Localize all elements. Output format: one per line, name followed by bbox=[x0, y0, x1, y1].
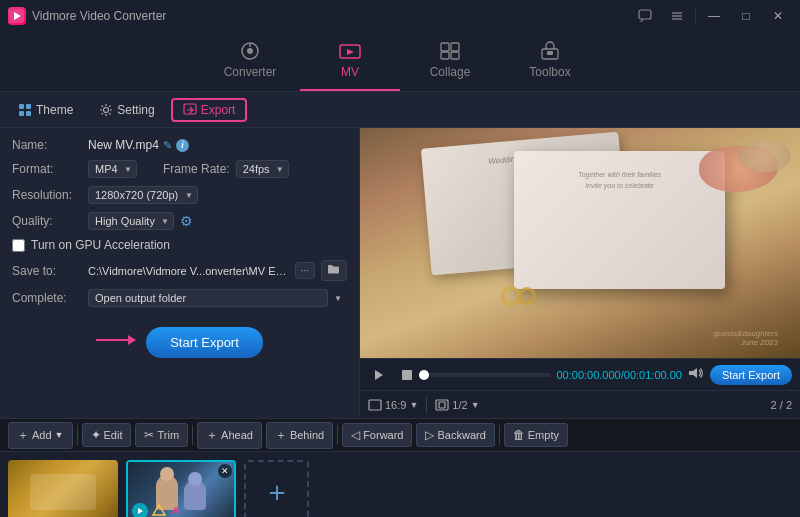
save-label: Save to: bbox=[12, 264, 82, 278]
setting-label: Setting bbox=[117, 103, 154, 117]
timeline-item-1[interactable] bbox=[8, 460, 118, 518]
ahead-button[interactable]: ＋ Ahead bbox=[197, 422, 262, 449]
svg-rect-14 bbox=[441, 52, 449, 59]
trim-icon: ✂ bbox=[144, 428, 154, 442]
svg-rect-18 bbox=[19, 104, 24, 109]
name-value: New MV.mp4 bbox=[88, 138, 159, 152]
svg-point-8 bbox=[247, 48, 253, 54]
format-label: Format: bbox=[12, 162, 82, 176]
empty-label: Empty bbox=[528, 429, 559, 441]
add-clip-button[interactable]: ＋ bbox=[244, 460, 309, 518]
timeline-item-2-close[interactable]: ✕ bbox=[218, 464, 232, 478]
resolution-select[interactable]: 1280x720 (720p) bbox=[88, 186, 198, 204]
complete-select[interactable]: Open output folder Do nothing Shut down … bbox=[88, 289, 328, 307]
svg-rect-12 bbox=[441, 43, 449, 51]
empty-button[interactable]: 🗑 Empty bbox=[504, 423, 568, 447]
aspect-ratio-icon bbox=[368, 399, 382, 411]
svg-rect-27 bbox=[402, 370, 412, 380]
time-display: 00:00:00.000/00:01:00.00 bbox=[557, 369, 682, 381]
svg-rect-2 bbox=[639, 10, 651, 19]
complete-select-wrapper[interactable]: Open output folder Do nothing Shut down … bbox=[88, 289, 347, 307]
theme-label: Theme bbox=[36, 103, 73, 117]
theme-icon bbox=[18, 103, 32, 117]
svg-marker-32 bbox=[138, 508, 143, 514]
export-button[interactable]: Export bbox=[171, 98, 248, 122]
close-button[interactable]: ✕ bbox=[764, 5, 792, 27]
timeline-item-2[interactable]: ✕ bbox=[126, 460, 236, 518]
format-select-wrapper[interactable]: MP4 bbox=[88, 160, 137, 178]
trim-button[interactable]: ✂ Trim bbox=[135, 423, 188, 447]
edit-name-icon[interactable]: ✎ bbox=[163, 139, 172, 152]
titlebar-chat-icon[interactable] bbox=[631, 5, 659, 27]
stop-button[interactable] bbox=[396, 364, 418, 386]
gpu-row: Turn on GPU Acceleration bbox=[12, 238, 347, 252]
framerate-select-wrapper[interactable]: 24fps bbox=[236, 160, 289, 178]
svg-marker-11 bbox=[347, 49, 354, 55]
name-row: Name: New MV.mp4 ✎ i bbox=[12, 138, 347, 152]
framerate-select[interactable]: 24fps bbox=[236, 160, 289, 178]
svg-rect-15 bbox=[451, 52, 459, 59]
behind-button[interactable]: ＋ Behind bbox=[266, 422, 333, 449]
add-label: Add bbox=[32, 429, 52, 441]
backward-icon: ▷ bbox=[425, 428, 434, 442]
play-button[interactable] bbox=[368, 364, 390, 386]
arrow-indicator bbox=[96, 332, 136, 353]
theme-button[interactable]: Theme bbox=[8, 100, 83, 120]
format-select[interactable]: MP4 bbox=[88, 160, 137, 178]
tab-converter[interactable]: Converter bbox=[200, 36, 300, 91]
sub-toolbar: Theme Setting Export bbox=[0, 92, 800, 128]
svg-marker-26 bbox=[375, 370, 383, 380]
add-clip-icon: ＋ bbox=[263, 473, 291, 511]
save-to-row: Save to: C:\Vidmore\Vidmore V...onverter… bbox=[12, 260, 347, 281]
quality-select[interactable]: High Quality bbox=[88, 212, 174, 230]
forward-button[interactable]: ◁ Forward bbox=[342, 423, 412, 447]
path-menu-button[interactable]: ··· bbox=[295, 262, 315, 279]
tab-collage[interactable]: Collage bbox=[400, 36, 500, 91]
resolution-select-wrapper[interactable]: 1280x720 (720p) bbox=[88, 186, 198, 204]
tab-mv[interactable]: MV bbox=[300, 36, 400, 91]
info-icon[interactable]: i bbox=[176, 139, 189, 152]
backward-label: Backward bbox=[437, 429, 485, 441]
gpu-checkbox[interactable] bbox=[12, 239, 25, 252]
trash-icon: 🗑 bbox=[513, 428, 525, 442]
quality-settings-icon[interactable]: ⚙ bbox=[180, 213, 193, 229]
save-path: C:\Vidmore\Vidmore V...onverter\MV Expor… bbox=[88, 265, 289, 277]
add-button[interactable]: ＋ Add ▼ bbox=[8, 422, 73, 449]
setting-button[interactable]: Setting bbox=[89, 100, 164, 120]
volume-icon[interactable] bbox=[688, 366, 704, 383]
titlebar-menu-icon[interactable] bbox=[663, 5, 691, 27]
aspect-ratio-selector[interactable]: 16:9 ▼ bbox=[368, 399, 418, 411]
maximize-button[interactable]: □ bbox=[732, 5, 760, 27]
complete-label: Complete: bbox=[12, 291, 82, 305]
nav-tabs: Converter MV Collage bbox=[0, 32, 800, 92]
behind-label: Behind bbox=[290, 429, 324, 441]
start-export-button[interactable]: Start Export bbox=[146, 327, 263, 358]
start-export-small-button[interactable]: Start Export bbox=[710, 365, 792, 385]
toolbox-icon bbox=[538, 41, 562, 61]
thumbnail-1 bbox=[8, 460, 118, 518]
progress-bar[interactable] bbox=[424, 373, 551, 377]
svg-rect-19 bbox=[26, 104, 31, 109]
browse-folder-button[interactable] bbox=[321, 260, 347, 281]
add-icon: ＋ bbox=[17, 427, 29, 444]
svg-rect-31 bbox=[439, 402, 445, 408]
tab-toolbox-label: Toolbox bbox=[529, 65, 570, 79]
svg-rect-29 bbox=[369, 400, 381, 410]
mv-icon bbox=[338, 41, 362, 61]
zoom-value: 1/2 bbox=[452, 399, 467, 411]
backward-button[interactable]: ▷ Backward bbox=[416, 423, 494, 447]
zoom-selector[interactable]: 1/2 ▼ bbox=[435, 399, 479, 411]
forward-icon: ◁ bbox=[351, 428, 360, 442]
right-panel: Wedding Invitation Together with their f… bbox=[360, 128, 800, 418]
edit-button[interactable]: ✦ Edit bbox=[82, 423, 132, 447]
resolution-row: Resolution: 1280x720 (720p) bbox=[12, 186, 347, 204]
titlebar: Vidmore Video Converter — □ ✕ bbox=[0, 0, 800, 32]
quality-select-wrapper[interactable]: High Quality bbox=[88, 212, 174, 230]
minimize-button[interactable]: — bbox=[700, 5, 728, 27]
trim-label: Trim bbox=[157, 429, 179, 441]
tab-collage-label: Collage bbox=[430, 65, 471, 79]
ahead-icon: ＋ bbox=[206, 427, 218, 444]
format-row: Format: MP4 Frame Rate: 24fps bbox=[12, 160, 347, 178]
tab-toolbox[interactable]: Toolbox bbox=[500, 36, 600, 91]
arrow-icon bbox=[96, 332, 136, 348]
